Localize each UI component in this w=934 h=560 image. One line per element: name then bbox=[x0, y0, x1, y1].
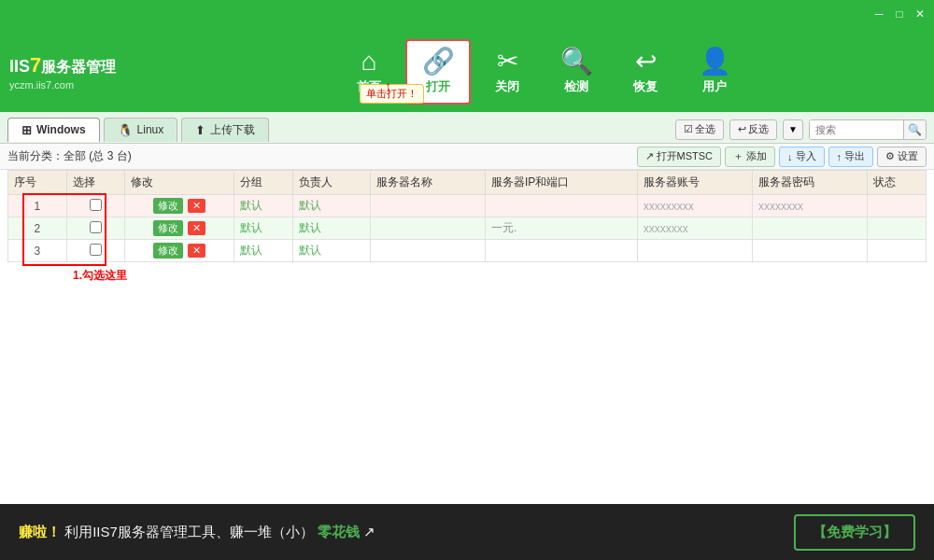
tab-windows[interactable]: ⊞ Windows bbox=[7, 118, 100, 142]
app-title: IIS7服务器管理 bbox=[9, 53, 140, 77]
add-button[interactable]: ＋ 添加 bbox=[725, 147, 775, 167]
annotation-check-label: 1.勾选这里 bbox=[73, 269, 127, 282]
import-label: 导入 bbox=[796, 149, 816, 163]
footer-highlight: 零花钱 bbox=[318, 524, 360, 539]
import-button[interactable]: ↓ 导入 bbox=[779, 147, 825, 167]
restore-icon: ↩ bbox=[635, 49, 657, 75]
tab-upload-label: 上传下载 bbox=[210, 122, 255, 138]
cell-server-ip: 一元. bbox=[485, 217, 637, 240]
linux-icon: 🐧 bbox=[118, 123, 133, 137]
cell-checkbox[interactable] bbox=[66, 195, 125, 217]
row-checkbox[interactable] bbox=[90, 221, 102, 233]
nav-close[interactable]: ✂ 关闭 bbox=[474, 39, 540, 105]
cell-server-ip bbox=[485, 195, 637, 217]
cell-server-name bbox=[370, 195, 485, 217]
cell-checkbox[interactable] bbox=[66, 217, 125, 240]
cell-contact: 默认 bbox=[292, 217, 370, 240]
export-button[interactable]: ↑ 导出 bbox=[828, 147, 874, 167]
nav-icons: ⌂ 首页 🔗 打开 ✂ 关闭 🔍 检测 ↩ 恢复 bbox=[149, 32, 934, 112]
open-icon: 🔗 bbox=[422, 49, 455, 75]
tab-right-controls: ☑ 全选 ↩ 反选 ▼ 🔍 bbox=[675, 119, 927, 140]
minimize-button[interactable]: ─ bbox=[872, 7, 885, 21]
tab-linux[interactable]: 🐧 Linux bbox=[104, 118, 178, 142]
delete-button[interactable]: ✕ bbox=[188, 244, 205, 258]
delete-button[interactable]: ✕ bbox=[188, 221, 205, 235]
cell-contact: 默认 bbox=[292, 240, 370, 262]
cell-server-account: xxxxxxxxx bbox=[637, 195, 752, 217]
maximize-button[interactable]: □ bbox=[893, 7, 906, 21]
reverse-select-button[interactable]: ↩ 反选 bbox=[729, 119, 777, 140]
edit-button[interactable]: 修改 bbox=[153, 243, 183, 259]
nav-user-label: 用户 bbox=[702, 78, 727, 95]
nav-home-label: 首页 bbox=[357, 78, 381, 95]
footer: 赚啦！ 利用IIS7服务器管理工具、赚一堆（小） 零花钱 ↗ 【免费学习】 bbox=[0, 504, 934, 560]
col-group: 分组 bbox=[234, 171, 293, 195]
select-all-button[interactable]: ☑ 全选 bbox=[675, 119, 724, 140]
edit-button[interactable]: 修改 bbox=[153, 198, 183, 214]
col-id: 序号 bbox=[8, 171, 67, 195]
cell-server-ip bbox=[485, 240, 637, 262]
col-ip: 服务器IP和端口 bbox=[485, 171, 637, 195]
search-input[interactable] bbox=[810, 120, 903, 139]
nav-user[interactable]: 👤 用户 bbox=[682, 39, 747, 105]
close-icon: ✂ bbox=[497, 49, 518, 75]
cell-edit-btns[interactable]: 修改 ✕ bbox=[125, 195, 234, 217]
nav-restore[interactable]: ↩ 恢复 bbox=[613, 39, 678, 105]
user-icon: 👤 bbox=[699, 49, 731, 75]
cell-id: 2 bbox=[8, 217, 67, 240]
select-all-icon: ☑ bbox=[684, 123, 693, 135]
nav-detect[interactable]: 🔍 检测 bbox=[544, 39, 609, 105]
home-icon: ⌂ bbox=[361, 49, 377, 75]
edit-button[interactable]: 修改 bbox=[153, 220, 183, 236]
col-select: 选择 bbox=[66, 171, 125, 195]
cell-status bbox=[868, 217, 927, 240]
open-mstsc-button[interactable]: ↗ 打开MSTSC bbox=[637, 147, 722, 167]
sub-toolbar-right: ↗ 打开MSTSC ＋ 添加 ↓ 导入 ↑ 导出 bbox=[637, 147, 927, 167]
settings-button[interactable]: ⚙ 设置 bbox=[877, 147, 927, 167]
logo-area: IIS7服务器管理 yczm.iis7.com bbox=[0, 32, 149, 112]
cell-server-account bbox=[637, 240, 752, 262]
cell-status bbox=[868, 195, 927, 217]
import-icon: ↓ bbox=[787, 151, 793, 162]
cell-edit-btns[interactable]: 修改 ✕ bbox=[125, 240, 234, 262]
delete-button[interactable]: ✕ bbox=[188, 199, 205, 213]
cell-id: 3 bbox=[8, 240, 67, 262]
cell-id: 1 bbox=[8, 195, 67, 217]
cell-server-account: xxxxxxxx bbox=[637, 217, 752, 240]
cell-checkbox[interactable] bbox=[66, 240, 125, 262]
cell-status bbox=[868, 240, 927, 262]
search-button[interactable]: 🔍 bbox=[903, 120, 926, 139]
cell-server-name bbox=[370, 240, 485, 262]
dropdown-icon: ▼ bbox=[788, 124, 798, 134]
footer-suffix: ↗ bbox=[363, 524, 375, 539]
close-button[interactable]: ✕ bbox=[913, 7, 927, 21]
cell-server-name bbox=[370, 217, 485, 240]
select-all-label: 全选 bbox=[695, 122, 715, 136]
tab-linux-label: Linux bbox=[137, 123, 164, 136]
free-learn-button[interactable]: 【免费学习】 bbox=[794, 514, 915, 551]
app-subtitle: yczm.iis7.com bbox=[9, 79, 140, 91]
dropdown-button[interactable]: ▼ bbox=[783, 119, 803, 140]
cell-group: 默认 bbox=[234, 217, 293, 240]
open-mstsc-label: 打开MSTSC bbox=[657, 149, 714, 163]
nav-home[interactable]: ⌂ 首页 bbox=[336, 39, 402, 105]
col-password: 服务器密码 bbox=[753, 171, 868, 195]
table-header: 序号 选择 修改 分组 负责人 服务器名称 服务器IP和端口 服务器账号 服务器… bbox=[8, 171, 927, 195]
cell-server-password bbox=[753, 217, 868, 240]
sub-toolbar: 当前分类：全部 (总 3 台) ↗ 打开MSTSC ＋ 添加 ↓ 导入 bbox=[0, 144, 934, 170]
row-checkbox[interactable] bbox=[90, 199, 102, 211]
open-mstsc-icon: ↗ bbox=[645, 150, 654, 162]
col-edit: 修改 bbox=[125, 171, 234, 195]
reverse-label: 反选 bbox=[748, 122, 769, 136]
search-box: 🔍 bbox=[809, 119, 927, 140]
settings-icon: ⚙ bbox=[885, 150, 895, 162]
nav-open[interactable]: 🔗 打开 bbox=[405, 39, 471, 105]
cell-edit-btns[interactable]: 修改 ✕ bbox=[125, 217, 234, 240]
row-checkbox[interactable] bbox=[90, 244, 102, 256]
cell-group: 默认 bbox=[234, 240, 293, 262]
tab-upload[interactable]: ⬆ 上传下载 bbox=[181, 118, 269, 142]
header: IIS7服务器管理 yczm.iis7.com ⌂ 首页 🔗 打开 ✂ 关闭 bbox=[0, 28, 934, 112]
footer-middle: 利用IIS7服务器管理工具、赚一堆（小） bbox=[64, 524, 314, 539]
col-account: 服务器账号 bbox=[637, 171, 752, 195]
table-row: 2 修改 ✕ 默认 默认 一元. xxxxxxxx bbox=[8, 217, 927, 240]
